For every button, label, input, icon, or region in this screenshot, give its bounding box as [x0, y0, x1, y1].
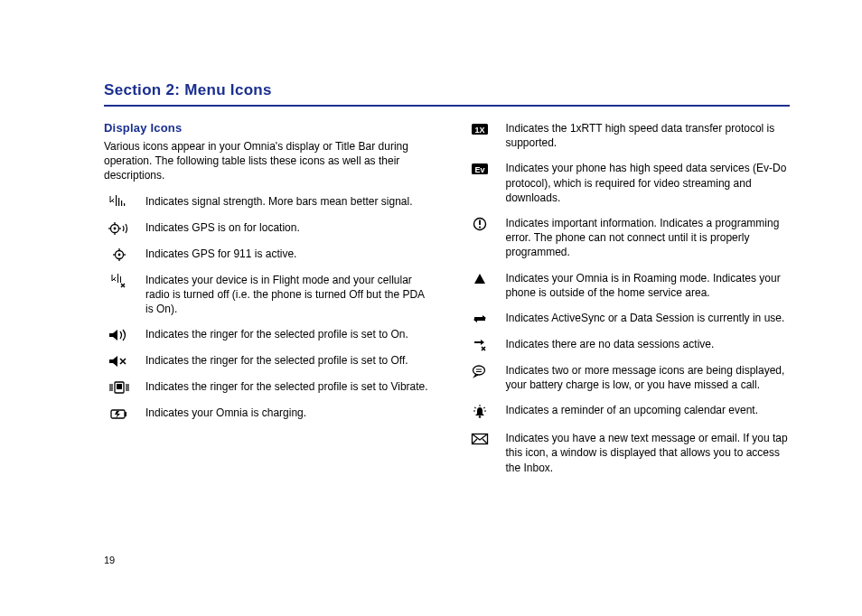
no-data-session-icon [464, 337, 495, 352]
svg-rect-19 [117, 384, 122, 389]
icon-description: Indicates your device is in Flight mode … [145, 273, 430, 317]
svg-rect-21 [125, 412, 126, 416]
message-icon [464, 431, 495, 446]
svg-line-35 [474, 407, 476, 408]
icon-row: Indicates ActiveSync or a Data Session i… [464, 311, 791, 326]
svg-rect-27 [479, 219, 481, 225]
icon-description: Indicates your phone has high speed data… [506, 161, 791, 205]
icon-description: Indicates the 1xRTT high speed data tran… [506, 121, 791, 150]
icon-row: Indicates important information. Indicat… [464, 216, 791, 260]
calendar-reminder-icon [464, 403, 495, 420]
manual-page: Section 2: Menu Icons Display Icons Vari… [0, 0, 862, 616]
alert-icon [464, 216, 495, 231]
left-column: Display Icons Various icons appear in yo… [104, 121, 430, 486]
icon-description: Indicates your Omnia is charging. [145, 406, 430, 420]
icon-row: Indicates the ringer for the selected pr… [104, 379, 430, 395]
svg-rect-2 [121, 201, 122, 206]
icon-row: Ev Indicates your phone has high speed d… [464, 161, 791, 205]
svg-rect-0 [116, 195, 117, 206]
icon-description: Indicates the ringer for the selected pr… [145, 353, 430, 368]
right-column: 1X Indicates the 1xRTT high speed data t… [464, 121, 791, 486]
multi-status-icon [464, 363, 495, 378]
icon-row: Indicates a reminder of an upcoming cale… [464, 403, 791, 420]
svg-point-29 [473, 366, 484, 375]
svg-rect-17 [120, 276, 121, 283]
subsection-title: Display Icons [104, 121, 430, 135]
icon-description: Indicates two or more message icons are … [506, 363, 791, 392]
section-title: Section 2: Menu Icons [104, 81, 790, 107]
icon-row: Indicates two or more message icons are … [464, 363, 791, 392]
icon-description: Indicates you have a new text message or… [506, 431, 791, 475]
svg-point-5 [114, 227, 117, 229]
ev-badge-icon: Ev [464, 161, 495, 176]
svg-line-36 [483, 407, 485, 408]
flight-mode-icon [104, 273, 135, 288]
ringer-on-icon [104, 327, 135, 342]
icon-row: Indicates GPS is on for location. [104, 220, 430, 236]
icon-description: Indicates your Omnia is in Roaming mode.… [506, 271, 791, 300]
icon-row: Indicates you have a new text message or… [464, 431, 791, 475]
svg-point-28 [478, 226, 480, 228]
icon-description: Indicates the ringer for the selected pr… [145, 327, 430, 341]
icon-row: Indicates your Omnia is charging. [104, 406, 430, 421]
icon-row: Indicates the ringer for the selected pr… [104, 327, 430, 342]
icon-row: Indicates signal strength. More bars mea… [104, 194, 430, 210]
svg-text:Ev: Ev [474, 165, 484, 174]
svg-rect-16 [117, 274, 118, 283]
icon-description: Indicates important information. Indicat… [506, 216, 791, 260]
icon-row: Indicates GPS for 911 is active. [104, 247, 430, 262]
intro-paragraph: Various icons appear in your Omnia's dis… [104, 139, 430, 183]
gps-location-icon [104, 220, 135, 236]
1x-badge-icon: 1X [464, 121, 495, 136]
gps-911-icon [104, 247, 135, 262]
svg-point-11 [118, 253, 121, 256]
icon-description: Indicates GPS for 911 is active. [145, 247, 430, 261]
icon-description: Indicates GPS is on for location. [145, 220, 430, 235]
icon-description: Indicates ActiveSync or a Data Session i… [506, 311, 791, 325]
charging-icon [104, 406, 135, 421]
signal-strength-icon [104, 194, 135, 210]
content-columns: Display Icons Various icons appear in yo… [104, 121, 790, 486]
icon-row: Indicates your Omnia is in Roaming mode.… [464, 271, 791, 300]
roaming-icon [464, 271, 495, 286]
icon-row: 1X Indicates the 1xRTT high speed data t… [464, 121, 791, 150]
icon-row: Indicates there are no data sessions act… [464, 337, 791, 352]
icon-description: Indicates signal strength. More bars mea… [145, 194, 430, 209]
svg-rect-1 [118, 198, 119, 206]
svg-point-32 [478, 415, 481, 418]
ringer-off-icon [104, 353, 135, 369]
icon-row: Indicates the ringer for the selected pr… [104, 353, 430, 369]
svg-rect-3 [124, 203, 125, 206]
icon-description: Indicates the ringer for the selected pr… [145, 379, 430, 394]
sync-active-icon [464, 311, 495, 326]
icon-description: Indicates there are no data sessions act… [506, 337, 791, 351]
svg-text:1X: 1X [474, 126, 484, 135]
icon-description: Indicates a reminder of an upcoming cale… [506, 403, 791, 417]
ringer-vibrate-icon [104, 379, 135, 395]
icon-row: Indicates your device is in Flight mode … [104, 273, 430, 317]
page-number: 19 [104, 555, 115, 565]
